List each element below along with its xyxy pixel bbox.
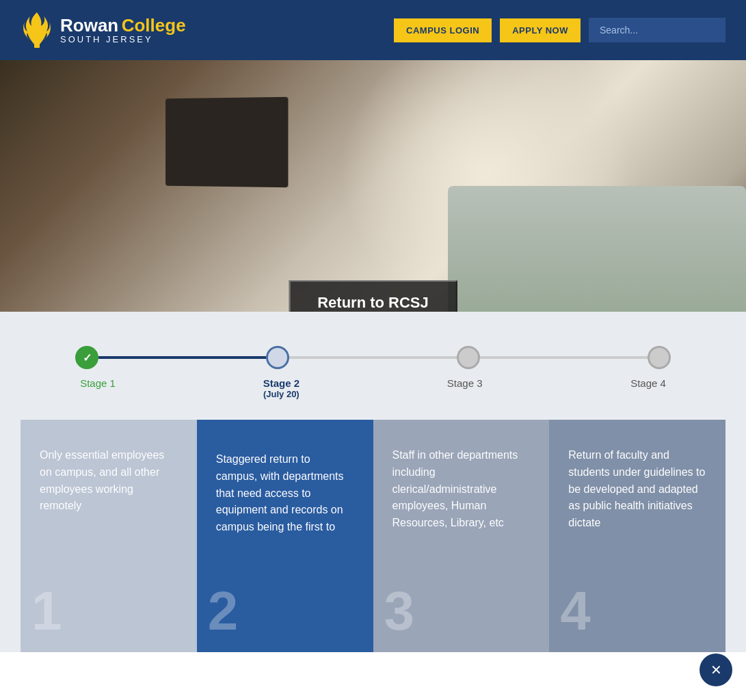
connector-2-3 [289,356,457,359]
connector-1-2 [98,356,266,359]
logo-text: Rowan College SOUTH JERSEY [60,16,186,45]
connector-3-4 [480,356,648,359]
stage-3-dot [457,346,480,369]
card-4-text: Return of faculty and students under gui… [568,447,706,532]
card-3-number: 3 [384,584,415,638]
campus-login-button[interactable]: CAMPUS LOGIN [394,18,492,42]
stage-3-dot-wrapper [457,346,480,369]
search-input[interactable] [589,18,725,42]
apply-now-button[interactable]: APPLY NOW [500,18,581,42]
cards-container: Only essential employees on campus, and … [21,420,725,652]
stage-card-1: Only essential employees on campus, and … [21,420,197,652]
logo-rowan: Rowan [60,15,118,36]
site-header: Rowan College SOUTH JERSEY CAMPUS LOGIN … [0,0,746,60]
stage-4-dot-wrapper [648,346,671,369]
stage-labels: Stage 1 Stage 2 (July 20) Stage 3 Stage … [21,377,725,399]
stage-card-4: Return of faculty and students under gui… [549,420,725,652]
card-1-text: Only essential employees on campus, and … [40,447,178,515]
stage-3-label: Stage 3 [431,377,499,399]
progress-bar: ✓ [21,346,725,369]
logo-icon [21,11,53,49]
stage-card-2: Staggered return to campus, with departm… [197,420,373,652]
stage-4-label: Stage 4 [614,377,682,399]
card-4-number: 4 [560,584,591,638]
card-2-number: 2 [208,584,239,638]
card-3-text: Staff in other departments including cle… [392,447,531,532]
card-2-text: Staggered return to campus, with departm… [216,451,354,536]
stages-section: ✓ Stage 1 Stage 2 (July 20) Stage 3 [0,312,746,652]
stage-1-label: Stage 1 [64,377,132,399]
stage-2-label: Stage 2 (July 20) [247,377,315,399]
stage-4-dot [648,346,671,369]
logo-area: Rowan College SOUTH JERSEY [21,11,380,49]
stage-2-dot-wrapper [266,346,289,369]
stage-2-dot [266,346,289,369]
logo-south-jersey: SOUTH JERSEY [60,35,186,44]
card-1-number: 1 [31,584,62,638]
logo-college: College [122,15,186,36]
hero-section: Return to RCSJ [0,60,746,312]
hero-image [0,60,746,312]
stage-1-dot-wrapper: ✓ [75,346,98,369]
svg-rect-0 [34,44,40,48]
stage-1-dot: ✓ [75,346,98,369]
checkmark-icon: ✓ [83,351,92,364]
return-to-rcsj-button[interactable]: Return to RCSJ [289,280,457,312]
header-buttons: CAMPUS LOGIN APPLY NOW [394,18,725,42]
stage-card-3: Staff in other departments including cle… [373,420,550,652]
